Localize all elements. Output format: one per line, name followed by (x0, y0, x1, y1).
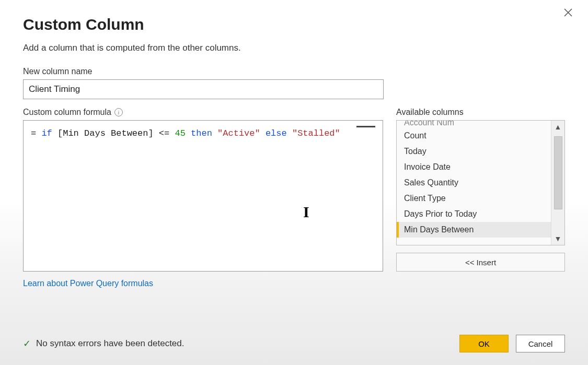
list-item[interactable]: Today (397, 144, 551, 159)
list-item[interactable]: Sales Quantity (397, 175, 551, 191)
close-button[interactable] (561, 6, 575, 21)
formula-token-else: else (260, 128, 292, 138)
cancel-button[interactable]: Cancel (516, 335, 565, 352)
dialog-title: Custom Column (23, 16, 565, 33)
formula-token-then: then (186, 128, 217, 138)
learn-link[interactable]: Learn about Power Query formulas (23, 279, 153, 288)
formula-token-if: if (41, 128, 52, 138)
new-column-name-input[interactable] (23, 79, 384, 99)
scrollbar[interactable]: ▲ ▼ (551, 121, 564, 245)
check-icon: ✓ (23, 338, 31, 349)
formula-token-ref: [Min Days Between] (52, 128, 154, 138)
formula-token-active: "Active" (217, 128, 260, 138)
formula-token-op: <= (154, 128, 175, 138)
formula-token-stalled: "Stalled" (292, 128, 340, 138)
scroll-down-icon[interactable]: ▼ (555, 234, 562, 243)
ok-button[interactable]: OK (459, 335, 509, 352)
available-columns-list: Account NumCountTodayInvoice DateSales Q… (396, 120, 565, 245)
new-column-name-label: New column name (23, 67, 565, 76)
insert-button[interactable]: << Insert (396, 253, 565, 272)
dialog-subtitle: Add a column that is computed from the o… (23, 43, 565, 53)
status-text: No syntax errors have been detected. (36, 338, 185, 349)
formula-token-num: 45 (175, 128, 185, 138)
list-item[interactable]: Count (397, 128, 551, 144)
info-icon[interactable]: i (114, 108, 123, 116)
list-item[interactable]: Days Prior to Today (397, 206, 551, 222)
status-message: ✓ No syntax errors have been detected. (23, 338, 185, 349)
scroll-up-icon[interactable]: ▲ (555, 123, 562, 131)
formula-label: Custom column formula i (23, 108, 384, 117)
formula-token-eq: = (31, 128, 41, 138)
list-item[interactable]: Client Type (397, 191, 551, 206)
formula-label-text: Custom column formula (23, 108, 111, 117)
list-item[interactable]: Min Days Between (397, 222, 551, 238)
available-columns-label: Available columns (396, 108, 565, 117)
list-item[interactable]: Account Num (397, 121, 551, 128)
close-icon (563, 8, 573, 17)
scroll-thumb[interactable] (554, 136, 562, 209)
list-item[interactable]: Invoice Date (397, 159, 551, 175)
formula-editor[interactable]: = if [Min Days Between] <= 45 then "Acti… (23, 120, 383, 272)
autocomplete-hint-icon (356, 126, 375, 127)
